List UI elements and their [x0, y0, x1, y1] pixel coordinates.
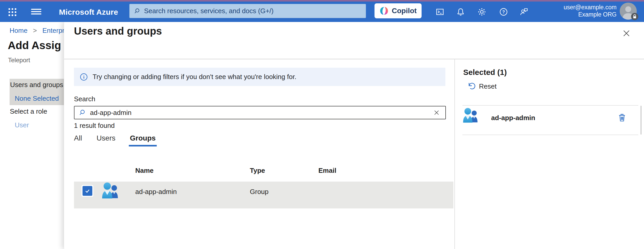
breadcrumb: Home > Enterpr: [10, 27, 64, 35]
users-groups-field-value-link[interactable]: None Selected: [15, 95, 59, 103]
selected-panel-title: Selected (1): [463, 68, 507, 77]
users-and-groups-panel: Users and groups i Try changing or addin…: [64, 22, 644, 249]
row-checkbox[interactable]: [81, 185, 93, 197]
account-info[interactable]: user@example.com Example ORG: [564, 4, 617, 18]
search-icon: [134, 8, 140, 14]
help-icon[interactable]: ?: [498, 6, 510, 18]
global-search-input[interactable]: [144, 7, 362, 15]
table-row[interactable]: ad-app-admin Group: [74, 182, 453, 208]
row-type: Group: [250, 188, 268, 196]
select-role-value-link[interactable]: User: [15, 121, 29, 129]
page-title: Add Assig: [8, 39, 61, 52]
reset-label: Reset: [479, 82, 497, 90]
close-icon[interactable]: [620, 27, 633, 40]
breadcrumb-enterprise-link[interactable]: Enterpr: [42, 27, 64, 34]
search-label: Search: [74, 95, 95, 103]
svg-text:i: i: [83, 75, 85, 80]
undo-icon: [467, 82, 475, 91]
users-groups-field-label: Users and groups: [10, 81, 63, 89]
tab-groups[interactable]: Groups: [130, 134, 156, 146]
filter-tabs: All Users Groups: [74, 134, 156, 146]
browser-top-strip: [0, 0, 644, 2]
svg-text:?: ?: [502, 10, 505, 14]
cloud-shell-icon[interactable]: [434, 6, 446, 18]
delete-trash-icon[interactable]: [616, 112, 628, 123]
info-banner: i Try changing or adding filters if you …: [74, 68, 445, 86]
tab-all[interactable]: All: [74, 134, 82, 146]
account-email: user@example.com: [564, 4, 617, 11]
group-icon: [462, 107, 479, 124]
panel-search-box[interactable]: [74, 106, 446, 119]
vertical-divider: [454, 59, 455, 249]
row-name: ad-app-admin: [135, 188, 177, 196]
brand-title[interactable]: Microsoft Azure: [59, 8, 118, 17]
search-icon: [79, 109, 86, 116]
selected-item-name: ad-app-admin: [491, 114, 535, 122]
copilot-button[interactable]: Copilot: [375, 3, 422, 18]
column-header-email[interactable]: Email: [318, 167, 336, 175]
global-search-box[interactable]: [129, 4, 366, 18]
breadcrumb-home-link[interactable]: Home: [10, 27, 27, 34]
reset-button[interactable]: Reset: [467, 82, 497, 91]
info-banner-text: Try changing or adding filters if you do…: [93, 73, 296, 81]
selected-list-divider: [462, 135, 638, 135]
settings-gear-icon[interactable]: [476, 6, 488, 18]
panel-title: Users and groups: [74, 25, 162, 37]
panel-header-divider: [64, 59, 644, 59]
column-header-type[interactable]: Type: [250, 167, 265, 175]
clear-search-icon[interactable]: [432, 108, 441, 117]
copilot-label: Copilot: [392, 7, 417, 15]
copilot-logo-icon: [379, 6, 389, 15]
group-icon: [101, 182, 120, 200]
breadcrumb-separator: >: [33, 27, 37, 34]
notifications-bell-icon[interactable]: [455, 6, 467, 18]
account-org: Example ORG: [564, 11, 617, 18]
azure-top-bar: Microsoft Azure Copilot: [0, 2, 644, 22]
column-header-name[interactable]: Name: [135, 167, 154, 175]
page-subtitle: Teleport: [8, 57, 30, 64]
feedback-icon[interactable]: [518, 6, 530, 18]
hamburger-menu-icon[interactable]: [31, 8, 41, 15]
lock-badge-icon: [631, 13, 638, 20]
app-launcher-icon[interactable]: [7, 6, 18, 17]
scrollbar-thumb[interactable]: [640, 106, 642, 135]
selected-list-item: ad-app-admin: [462, 107, 638, 135]
selected-list-divider: [462, 105, 638, 106]
select-role-label: Select a role: [10, 107, 47, 115]
info-icon: i: [80, 73, 88, 81]
tab-users[interactable]: Users: [96, 134, 115, 146]
panel-search-input[interactable]: [90, 109, 432, 117]
checkmark-icon: [85, 188, 90, 194]
result-count: 1 result found: [74, 122, 115, 130]
